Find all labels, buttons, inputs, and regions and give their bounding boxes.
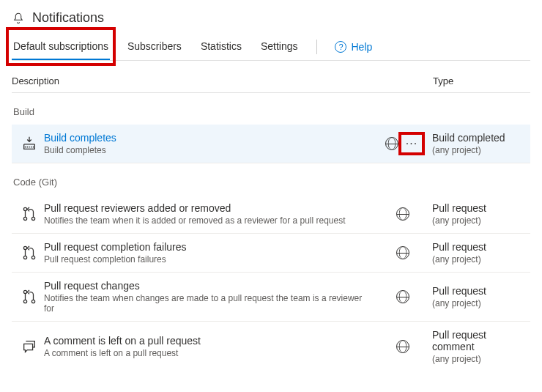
pull-request-icon [15,289,44,305]
table-row[interactable]: Pull request changes Notifies the team w… [12,273,530,322]
column-header-description[interactable]: Description [12,75,433,86]
svg-point-5 [31,256,34,259]
page-title: Notifications [32,10,104,26]
tab-statistics[interactable]: Statistics [199,33,243,60]
row-subtitle: Build completes [44,145,374,155]
row-title: Pull request reviewers added or removed [44,202,374,214]
row-type-sub: (any project) [432,354,530,364]
table-row[interactable]: Pull request completion failures Pull re… [12,234,530,273]
page-header: Notifications [12,6,530,33]
row-type-sub: (any project) [432,254,530,265]
tab-default-subscriptions[interactable]: Default subscriptions [12,33,110,60]
tabs: Default subscriptions Subscribers Statis… [12,33,530,61]
row-title: A comment is left on a pull request [44,335,374,347]
bell-icon [12,12,25,25]
row-subtitle: Notifies the team when it is added or re… [44,215,374,226]
globe-icon [396,340,409,353]
more-actions-button[interactable]: ··· [403,136,420,151]
pull-request-icon [15,245,44,261]
globe-icon [396,246,409,259]
table-row[interactable]: Pull request reviewers added or removed … [12,195,530,234]
svg-point-1 [23,217,26,220]
row-subtitle: A comment is left on a pull request [44,348,374,358]
divider [316,40,317,54]
row-title: Pull request completion failures [44,241,374,253]
row-type-title: Pull request [432,285,530,297]
svg-point-4 [23,256,26,259]
column-header-type[interactable]: Type [433,75,530,86]
row-subtitle: Pull request completion failures [44,254,374,265]
pull-request-icon [15,206,44,222]
group-code-git-label: Code (Git) [13,177,530,188]
table-row[interactable]: Build completes Build completes ··· Buil… [12,125,530,163]
row-type-sub: (any project) [432,215,530,226]
row-title: Build completes [44,132,374,144]
row-type-title: Build completed [432,132,530,144]
table-row[interactable]: A comment is left on a pull request A co… [12,322,530,371]
column-headers: Description Type [12,75,530,93]
help-link[interactable]: ? Help [335,41,372,53]
row-type-title: Pull request [432,202,530,214]
svg-point-2 [31,217,34,220]
help-icon: ? [335,41,346,53]
help-label: Help [351,41,372,53]
svg-point-6 [23,290,26,293]
row-type-title: Pull request [432,241,530,253]
row-title: Pull request changes [44,280,374,292]
globe-icon [396,290,409,303]
comment-icon [15,339,44,355]
group-build-label: Build [13,106,530,117]
svg-point-8 [31,300,34,303]
svg-point-3 [23,246,26,249]
row-type-sub: (any project) [432,298,530,308]
globe-icon [385,137,398,150]
svg-point-0 [23,207,26,210]
globe-icon [396,207,409,221]
row-subtitle: Notifies the team when changes are made … [44,293,374,314]
row-type-title: Pull request comment [432,329,530,352]
row-type-sub: (any project) [432,145,530,155]
svg-point-7 [23,300,26,303]
tab-settings[interactable]: Settings [259,33,300,60]
tab-subscribers[interactable]: Subscribers [126,33,183,60]
build-icon [15,136,44,152]
